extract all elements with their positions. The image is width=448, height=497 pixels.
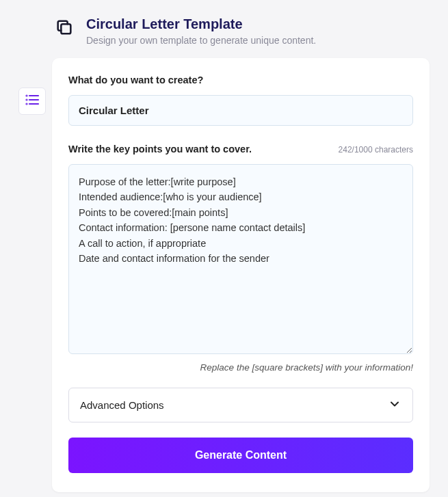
svg-rect-0	[61, 24, 70, 33]
char-counter: 242/1000 characters	[339, 145, 413, 155]
list-icon	[24, 92, 40, 111]
svg-point-5	[27, 104, 27, 105]
page-header: Circular Letter Template Design your own…	[0, 0, 448, 58]
hint-text: Replace the [square brackets] with your …	[68, 362, 413, 373]
create-input[interactable]	[68, 95, 413, 126]
form-card: What do you want to create? Write the ke…	[52, 58, 430, 492]
chevron-down-icon	[388, 397, 401, 413]
keypoints-label: Write the key points you want to cover.	[68, 144, 252, 155]
create-label: What do you want to create?	[68, 75, 413, 85]
advanced-options-label: Advanced Options	[80, 399, 164, 411]
page-title: Circular Letter Template	[86, 16, 316, 32]
copy-icon	[55, 16, 74, 40]
page-subtitle: Design your own template to generate uni…	[86, 35, 316, 46]
svg-point-3	[27, 100, 27, 100]
advanced-options-toggle[interactable]: Advanced Options	[68, 388, 413, 422]
svg-point-1	[27, 96, 27, 96]
keypoints-textarea[interactable]	[68, 164, 413, 354]
generate-content-button[interactable]: Generate Content	[68, 438, 413, 473]
menu-toggle-button[interactable]	[18, 88, 46, 115]
